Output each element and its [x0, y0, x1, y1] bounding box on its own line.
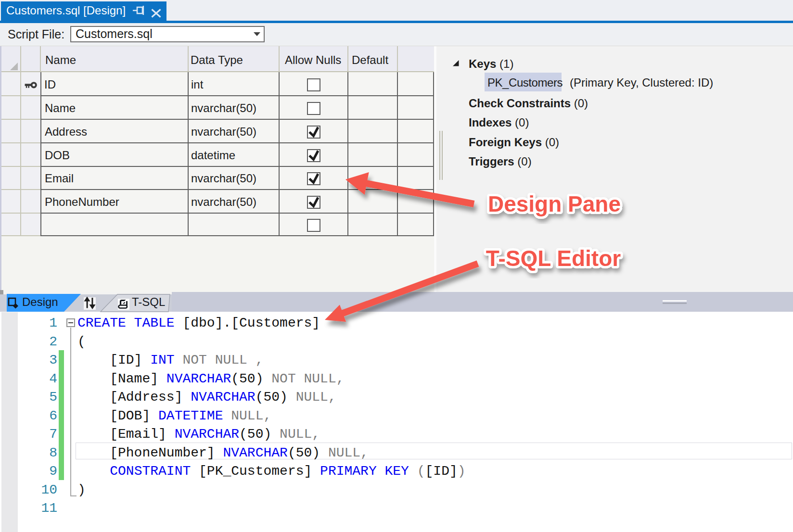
- svg-text:T-SQL Editor: T-SQL Editor: [486, 246, 621, 271]
- svg-text:Design Pane: Design Pane: [488, 191, 621, 216]
